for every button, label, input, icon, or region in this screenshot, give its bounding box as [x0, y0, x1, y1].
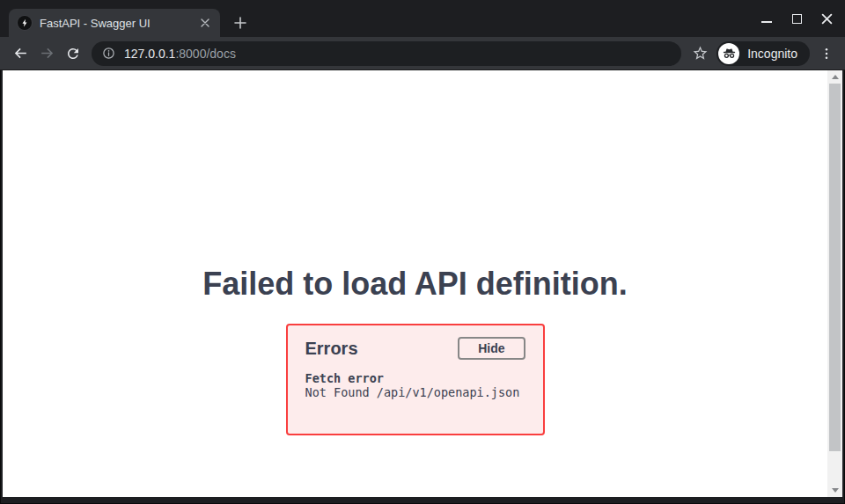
- errors-panel: Errors Hide Fetch error Not Found /api/v…: [286, 324, 545, 435]
- hide-errors-button[interactable]: Hide: [458, 337, 525, 360]
- page-content: Failed to load API definition. Errors Hi…: [3, 70, 842, 497]
- back-icon[interactable]: [7, 40, 33, 67]
- menu-dots-icon[interactable]: [815, 40, 838, 67]
- site-info-icon[interactable]: [102, 47, 115, 60]
- incognito-badge[interactable]: Incognito: [716, 41, 810, 66]
- maximize-icon[interactable]: [787, 9, 806, 28]
- incognito-label: Incognito: [747, 47, 797, 61]
- fastapi-favicon-icon: [18, 16, 32, 30]
- url-bar[interactable]: 127.0.0.1:8000/docs: [92, 41, 681, 66]
- error-item: Fetch error Not Found /api/v1/openapi.js…: [305, 371, 525, 400]
- close-icon[interactable]: [817, 9, 836, 28]
- browser-tab[interactable]: FastAPI - Swagger UI: [9, 9, 220, 37]
- url-path: :8000/docs: [175, 47, 236, 61]
- new-tab-icon[interactable]: [228, 11, 253, 35]
- minimize-icon[interactable]: [757, 9, 776, 28]
- window-titlebar: FastAPI - Swagger UI: [0, 0, 845, 37]
- scrollbar-up-icon[interactable]: [827, 70, 842, 84]
- incognito-icon: [718, 43, 739, 64]
- reload-icon[interactable]: [60, 40, 86, 67]
- error-item-title: Fetch error: [305, 371, 525, 385]
- error-item-message: Not Found /api/v1/openapi.json: [305, 385, 525, 399]
- errors-header: Errors Hide: [305, 337, 525, 360]
- scrollbar-thumb[interactable]: [829, 84, 841, 451]
- url-host: 127.0.0.1: [124, 47, 175, 61]
- scrollbar-down-icon[interactable]: [827, 484, 842, 497]
- bookmark-star-icon[interactable]: [687, 40, 713, 67]
- swagger-page: Failed to load API definition. Errors Hi…: [3, 70, 827, 497]
- page-title: Failed to load API definition.: [3, 266, 827, 303]
- vertical-scrollbar[interactable]: [827, 70, 842, 497]
- forward-icon[interactable]: [33, 40, 60, 67]
- url-text: 127.0.0.1:8000/docs: [124, 47, 236, 61]
- errors-title: Errors: [305, 339, 358, 359]
- browser-toolbar: 127.0.0.1:8000/docs Incognito: [0, 37, 845, 70]
- tab-close-icon[interactable]: [197, 15, 213, 31]
- window-controls: [757, 0, 836, 37]
- tab-title: FastAPI - Swagger UI: [40, 17, 197, 30]
